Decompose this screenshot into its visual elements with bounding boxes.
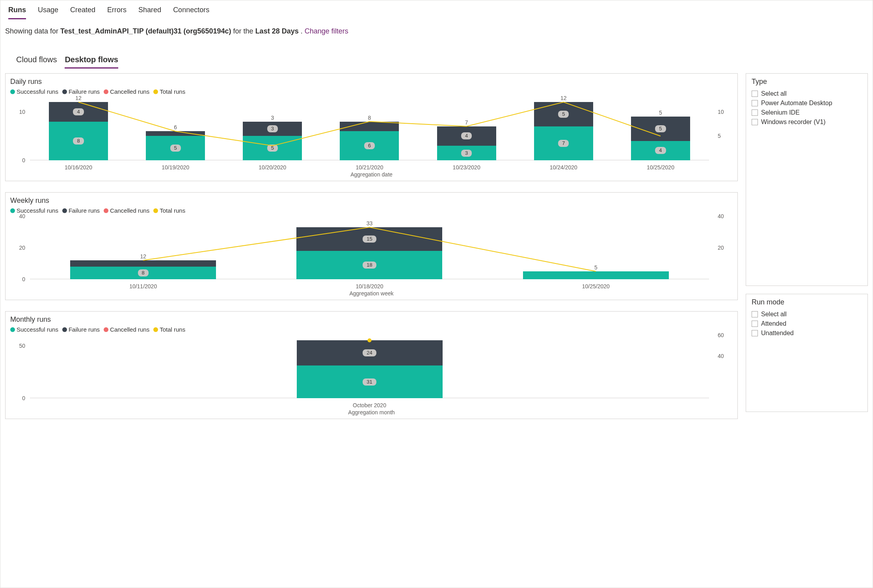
y-tick: 0 — [22, 157, 25, 163]
runmode-option-label: Unattended — [761, 330, 794, 337]
sub-tabs: Cloud flowsDesktop flows — [0, 39, 873, 69]
circle-icon — [104, 89, 108, 94]
top-tab-connectors[interactable]: Connectors — [173, 6, 209, 19]
charts-column: Daily runs Successful runs Failure runs … — [5, 73, 738, 430]
chart-title: Weekly runs — [10, 197, 733, 205]
legend: Successful runs Failure runs Cancelled r… — [10, 88, 733, 95]
top-tab-errors[interactable]: Errors — [107, 6, 127, 19]
circle-icon — [104, 208, 108, 213]
legend-cancelled[interactable]: Cancelled runs — [104, 207, 149, 214]
legend-cancelled[interactable]: Cancelled runs — [104, 326, 149, 333]
top-tab-created[interactable]: Created — [70, 6, 95, 19]
legend-success[interactable]: Successful runs — [10, 326, 58, 333]
type-option-label: Selenium IDE — [761, 109, 800, 116]
chart-area: 050 4060 31 24 — [10, 335, 733, 400]
top-tab-runs[interactable]: Runs — [8, 6, 26, 19]
x-category: 10/24/2020 — [550, 164, 577, 171]
legend-total[interactable]: Total runs — [153, 207, 185, 214]
runmode-option[interactable]: Attended — [752, 319, 862, 328]
y-tick: 20 — [19, 245, 25, 251]
sub-tab-desktop-flows[interactable]: Desktop flows — [65, 55, 118, 69]
runmode-option[interactable]: Unattended — [752, 328, 862, 338]
y2-tick: 40 — [718, 353, 724, 359]
circle-icon — [62, 89, 67, 94]
checkbox-icon[interactable] — [752, 119, 758, 125]
x-axis-title: Aggregation date — [10, 171, 733, 178]
legend-total[interactable]: Total runs — [153, 326, 185, 333]
sub-tab-cloud-flows[interactable]: Cloud flows — [16, 55, 57, 69]
checkbox-icon[interactable] — [752, 330, 758, 336]
legend-failure[interactable]: Failure runs — [62, 207, 100, 214]
checkbox-icon[interactable] — [752, 91, 758, 97]
side-column: Type Select allPower Automate DesktopSel… — [746, 73, 868, 412]
legend-success[interactable]: Successful runs — [10, 207, 58, 214]
y-tick: 40 — [19, 213, 25, 219]
top-tab-usage[interactable]: Usage — [38, 6, 58, 19]
total-line — [30, 216, 709, 279]
x-category: 10/11/2020 — [129, 283, 157, 289]
checkbox-icon[interactable] — [752, 100, 758, 106]
x-category: 10/18/2020 — [356, 283, 383, 289]
body-row: Daily runs Successful runs Failure runs … — [0, 69, 873, 430]
circle-icon — [62, 208, 67, 213]
change-filters-link[interactable]: Change filters — [305, 27, 348, 35]
legend-success[interactable]: Successful runs — [10, 88, 58, 95]
x-axis-labels: 10/16/202010/19/202010/20/202010/21/2020… — [30, 164, 709, 171]
y2-axis: 510 — [718, 97, 730, 160]
x-axis-title: Aggregation month — [10, 409, 733, 415]
circle-icon — [10, 89, 15, 94]
x-category: 10/23/2020 — [453, 164, 480, 171]
checkbox-icon[interactable] — [752, 321, 758, 327]
filter-suffix: . — [301, 27, 305, 35]
legend: Successful runs Failure runs Cancelled r… — [10, 207, 733, 214]
type-option[interactable]: Selenium IDE — [752, 108, 862, 117]
filter-mid: for the — [233, 27, 255, 35]
type-option[interactable]: Select all — [752, 89, 862, 98]
legend-failure[interactable]: Failure runs — [62, 326, 100, 333]
y-tick: 50 — [19, 343, 25, 349]
x-category: 10/21/2020 — [356, 164, 383, 171]
x-axis-labels: October 2020 — [30, 402, 709, 408]
chart-area: 02040 2040 12 8 — [10, 216, 733, 281]
filter-range: Last 28 Days — [255, 27, 299, 35]
runmode-option-label: Attended — [761, 320, 786, 327]
y2-tick: 5 — [718, 133, 721, 139]
checkbox-icon[interactable] — [752, 311, 758, 317]
type-option[interactable]: Power Automate Desktop — [752, 98, 862, 108]
type-option[interactable]: Windows recorder (V1) — [752, 117, 862, 127]
x-category: 10/19/2020 — [162, 164, 189, 171]
y-tick: 10 — [19, 109, 25, 115]
top-tabs: RunsUsageCreatedErrorsSharedConnectors — [0, 0, 873, 19]
x-category: 10/25/2020 — [647, 164, 674, 171]
circle-icon — [10, 208, 15, 213]
y-axis: 02040 — [13, 216, 25, 279]
x-category: 10/16/2020 — [65, 164, 92, 171]
y-axis: 050 — [13, 335, 25, 398]
circle-icon — [10, 327, 15, 332]
runmode-title: Run mode — [752, 298, 862, 306]
top-tab-shared[interactable]: Shared — [138, 6, 161, 19]
y2-tick: 60 — [718, 332, 724, 338]
legend: Successful runs Failure runs Cancelled r… — [10, 326, 733, 333]
filter-env: Test_test_AdminAPI_TIP (default)31 (org5… — [60, 27, 231, 35]
runmode-panel: Run mode Select allAttendedUnattended — [746, 294, 868, 412]
x-category: 10/25/2020 — [582, 283, 610, 289]
legend-total[interactable]: Total runs — [153, 88, 185, 95]
total-line — [30, 335, 709, 398]
chart-area: 010 510 12 8 4 — [10, 97, 733, 162]
filter-summary: Showing data for Test_test_AdminAPI_TIP … — [0, 19, 873, 39]
circle-icon — [62, 327, 67, 332]
circle-icon — [153, 208, 158, 213]
type-option-label: Select all — [761, 90, 787, 97]
chart-title: Daily runs — [10, 78, 733, 86]
x-axis-title: Aggregation week — [10, 290, 733, 297]
runmode-option[interactable]: Select all — [752, 310, 862, 319]
legend-cancelled[interactable]: Cancelled runs — [104, 88, 149, 95]
circle-icon — [153, 327, 158, 332]
x-axis-labels: 10/11/202010/18/202010/25/2020 — [30, 283, 709, 289]
x-category: October 2020 — [353, 402, 386, 408]
circle-icon — [104, 327, 108, 332]
legend-failure[interactable]: Failure runs — [62, 88, 100, 95]
checkbox-icon[interactable] — [752, 109, 758, 116]
y2-axis: 4060 — [718, 335, 730, 398]
